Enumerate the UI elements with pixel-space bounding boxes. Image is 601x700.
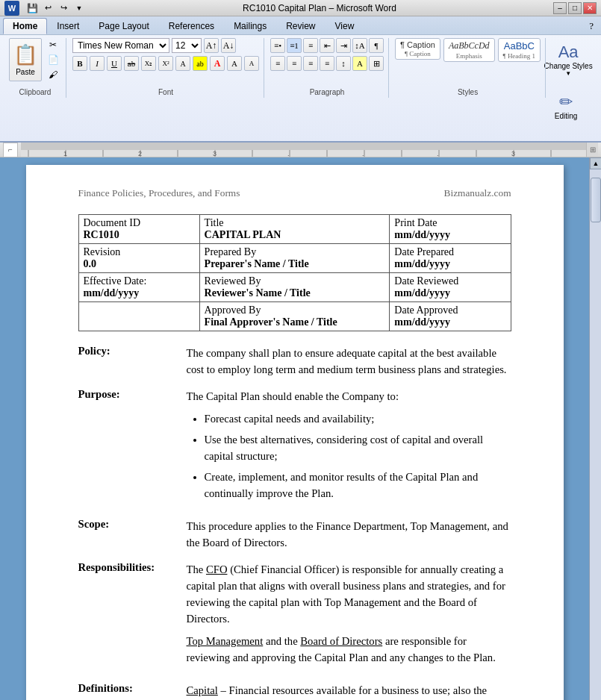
strikethrough-button[interactable]: ab	[124, 56, 139, 71]
document-header: Finance Policies, Procedures, and Forms …	[78, 187, 511, 202]
shading-button[interactable]: A	[352, 56, 367, 71]
table-cell-dateprepared: Date Prepared mm/dd/yyyy	[390, 244, 511, 273]
editing-button[interactable]: ✏ Editing	[547, 84, 585, 128]
table-cell-preparedby: Prepared By Preparer's Name / Title	[199, 244, 390, 273]
table-row-3: Effective Date: mm/dd/yyyy Reviewed By R…	[78, 273, 511, 302]
font-color-button[interactable]: A	[210, 56, 225, 71]
decrease-font-button[interactable]: A↓	[221, 38, 236, 53]
scroll-track	[590, 169, 601, 700]
policy-section: Policy: The company shall plan to ensure…	[78, 345, 511, 378]
window-controls: – □ ✕	[553, 2, 597, 14]
cut-button[interactable]: ✂	[45, 38, 61, 51]
font-size-shrink[interactable]: A	[244, 56, 259, 71]
document-page: Finance Policies, Procedures, and Forms …	[26, 165, 564, 700]
datereviewed-value: mm/dd/yyyy	[394, 287, 505, 299]
clipboard-group: 📋 Paste ✂ 📄 🖌 Clipboard	[4, 38, 66, 98]
font-name-select[interactable]: Times New Roman	[72, 38, 169, 53]
ruler-corner-button[interactable]: ⌐	[3, 143, 18, 157]
tab-view[interactable]: View	[326, 18, 364, 34]
tab-insert[interactable]: Insert	[47, 18, 89, 34]
minimize-button[interactable]: –	[553, 2, 567, 14]
numbering-button[interactable]: ≡1	[287, 38, 302, 53]
purpose-intro: The Capital Plan should enable the Compa…	[187, 388, 511, 404]
document-area[interactable]: Finance Policies, Procedures, and Forms …	[0, 157, 589, 700]
align-right-button[interactable]: ≡	[303, 56, 318, 71]
change-styles-button[interactable]: Aa Change Styles ▼	[547, 38, 589, 81]
docid-label: Document ID	[84, 217, 195, 229]
table-cell-title-label: Title CAPITAL PLAN	[199, 215, 390, 244]
font-group: Times New Roman 12 A↑ A↓ B I U ab X₂ X² …	[68, 38, 264, 98]
bullets-button[interactable]: ≡•	[270, 38, 285, 53]
reviewedby-value: Reviewer's Name / Title	[205, 287, 385, 299]
text-effects-button[interactable]: A	[175, 56, 190, 71]
scroll-thumb[interactable]	[591, 178, 601, 222]
align-left-button[interactable]: ≡	[270, 56, 285, 71]
title-label: Title	[205, 217, 385, 229]
tab-references[interactable]: References	[159, 18, 224, 34]
purpose-content: The Capital Plan should enable the Compa…	[187, 388, 511, 507]
sort-button[interactable]: ↕A	[352, 38, 367, 53]
table-cell-docid-label: Document ID RC1010	[78, 215, 199, 244]
increase-font-button[interactable]: A↑	[204, 38, 219, 53]
style-heading1[interactable]: AaBbC ¶ Heading 1	[498, 38, 541, 62]
scope-section: Scope: This procedure applies to the Fin…	[78, 518, 511, 551]
preparedby-label: Prepared By	[205, 246, 385, 258]
qa-dropdown[interactable]: ▼	[72, 1, 86, 15]
ribbon-help[interactable]: ?	[585, 18, 598, 34]
font-size-grow[interactable]: A	[227, 56, 242, 71]
dateapproved-label: Date Approved	[394, 304, 505, 316]
decrease-indent-button[interactable]: ⇤	[320, 38, 334, 53]
dateprepared-label: Date Prepared	[394, 246, 505, 258]
show-hide-button[interactable]: ¶	[369, 38, 384, 53]
clipboard-sub-buttons: ✂ 📄 🖌	[45, 38, 61, 81]
undo-button[interactable]: ↩	[41, 1, 55, 15]
highlight-button[interactable]: ab	[193, 56, 208, 71]
borders-button[interactable]: ⊞	[369, 56, 384, 71]
font-size-select[interactable]: 12	[172, 38, 202, 53]
save-button[interactable]: 💾	[25, 1, 39, 15]
editing-label: Editing	[555, 112, 578, 120]
subscript-button[interactable]: X₂	[141, 56, 156, 71]
svg-text:3: 3	[511, 150, 515, 157]
change-styles-arrow: ▼	[565, 70, 571, 77]
tab-review[interactable]: Review	[276, 18, 325, 34]
close-button[interactable]: ✕	[583, 2, 597, 14]
tab-home[interactable]: Home	[3, 18, 47, 34]
scroll-up-arrow[interactable]: ▲	[590, 157, 601, 169]
window-title: RC1010 Capital Plan – Microsoft Word	[86, 3, 553, 13]
copy-button[interactable]: 📄	[45, 53, 61, 66]
style-heading1-label: ¶ Heading 1	[503, 52, 536, 60]
table-cell-revision: Revision 0.0	[78, 244, 199, 273]
tab-mailings[interactable]: Mailings	[224, 18, 276, 34]
format-painter-button[interactable]: 🖌	[45, 68, 61, 81]
scrollbar-vertical[interactable]: ▲ ▼	[589, 157, 601, 700]
svg-rect-1	[21, 143, 586, 150]
list-item: Forecast capital needs and availability;	[205, 410, 511, 427]
superscript-button[interactable]: X²	[158, 56, 173, 71]
header-right: Bizmanualz.com	[444, 187, 511, 199]
table-cell-approvedby: Approved By Final Approver's Name / Titl…	[199, 302, 390, 331]
style-caption[interactable]: ¶ Caption ¶ Caption	[395, 38, 440, 60]
bold-button[interactable]: B	[72, 56, 87, 71]
ruler-markings: 1 2 3 . . . 3	[21, 143, 586, 157]
responsibilities-label: Responsibilities:	[78, 561, 187, 672]
align-center-button[interactable]: ≡	[287, 56, 302, 71]
style-emphasis[interactable]: AaBbCcDd Emphasis	[443, 38, 495, 62]
maximize-button[interactable]: □	[568, 2, 582, 14]
responsibilities-para1: The CFO (Chief Financial Officer) is res…	[187, 561, 511, 627]
underline-button[interactable]: U	[107, 56, 122, 71]
tab-page-layout[interactable]: Page Layout	[89, 18, 158, 34]
italic-button[interactable]: I	[90, 56, 105, 71]
svg-text:1: 1	[63, 150, 67, 157]
style-caption-label: ¶ Caption	[405, 50, 431, 57]
revision-value: 0.0	[84, 258, 195, 270]
increase-indent-button[interactable]: ⇥	[336, 38, 351, 53]
paste-button[interactable]: 📋 Paste	[9, 38, 42, 81]
redo-button[interactable]: ↪	[57, 1, 70, 15]
style-emphasis-label: Emphasis	[456, 52, 482, 60]
ruler-end-button[interactable]: ⊞	[586, 143, 598, 157]
line-spacing-button[interactable]: ↕	[336, 56, 351, 71]
multilevel-button[interactable]: ≡	[303, 38, 318, 53]
justify-button[interactable]: ≡	[320, 56, 334, 71]
clipboard-label: Clipboard	[4, 88, 66, 96]
